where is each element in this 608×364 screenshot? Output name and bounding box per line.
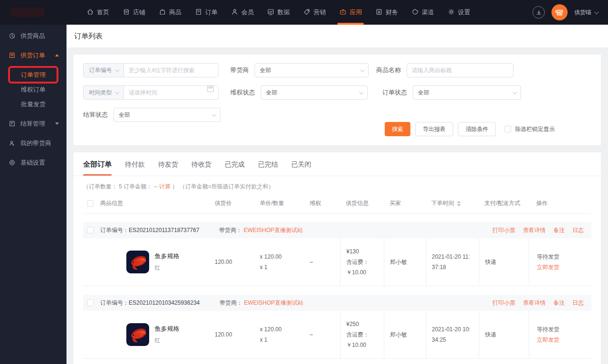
search-button[interactable]: 搜索 [385,122,410,136]
time-type-label: 时间类型 [89,89,112,97]
unit-price: x 120.00 [260,252,300,262]
nav-item-settings[interactable]: 设置 [441,0,477,25]
logo [10,8,45,17]
remark-link[interactable]: 备注 [553,226,565,234]
order-no-type-select[interactable]: 订单编号 [84,64,124,77]
unit-price: x 120.00 [260,324,300,335]
sort-icon[interactable] [457,201,461,206]
shop-label: 带货商： [219,299,242,306]
col-header-supply-info: 供货信息 [340,195,384,213]
home-icon [86,8,94,17]
product-image [126,251,149,273]
log-link[interactable]: 日志 [572,299,584,307]
print-receipt-link[interactable]: 打印小票 [493,299,515,307]
order-no-input[interactable] [124,64,218,77]
nav-item-data[interactable]: 数据 [260,0,296,25]
nav-item-members[interactable]: 会员 [224,0,260,25]
sidebar-item-settlement[interactable]: 结算管理 [0,116,66,131]
order-status-select[interactable]: 全部 [413,85,521,100]
sidebar-item-my-resellers[interactable]: 我的带货商 [0,136,66,150]
order-data-row: 鱼多规格 红 120.00 x 120.00 x 1 – ¥130 含运费：￥1… [83,238,591,286]
order-summary: （订单数量： 5 订单金额： -- 计算 ） （订单金额=所筛选订单实付款之和） [74,176,601,195]
ship-now-link[interactable]: 立即发货 [537,262,588,272]
log-link[interactable]: 日志 [572,226,584,234]
nav-label: 营销 [314,8,326,17]
avatar[interactable] [551,4,568,20]
tab-pending-shipment[interactable]: 待发货 [158,160,178,176]
time-type-select[interactable]: 时间类型 [84,86,124,99]
rights-status-value: 全部 [266,89,277,97]
select-all-checkbox[interactable] [87,200,94,207]
col-header-rights: 维权 [304,195,340,213]
tab-finished[interactable]: 已完结 [258,160,278,176]
print-receipt-link[interactable]: 打印小票 [493,226,515,234]
order-time-line2: 37:18 [432,262,475,272]
fish-image [126,251,149,273]
nav-label: 订单 [205,8,218,17]
lock-filter-checkbox[interactable] [504,126,511,132]
view-detail-link[interactable]: 查看详情 [523,299,546,307]
shop-link[interactable]: EWEISHOP直播测试站 [244,299,304,306]
order-no-search-group: 订单编号 [83,63,218,77]
time-range-input[interactable] [124,86,207,99]
product-name-input[interactable] [407,67,513,74]
export-button[interactable]: 导出报表 [415,122,453,136]
tab-all-orders[interactable]: 全部订单 [83,160,112,176]
sidebar-item-batch-shipping[interactable]: 批量发货 [0,97,66,112]
row-checkbox[interactable] [87,299,94,306]
sidebar-item-order-management[interactable]: 订单管理 [0,67,66,82]
nav-item-apps[interactable]: 应用 [332,0,369,25]
filter-row-1: 订单编号 带货商 全部 商品名称 [83,63,591,77]
nav-item-finance[interactable]: 财务 [369,0,405,25]
sidebar-item-label: 供货订单 [20,51,45,60]
ship-now-link[interactable]: 立即发货 [537,335,588,345]
sidebar-item-label: 供货商品 [20,32,45,40]
reseller-label: 带货商 [230,66,249,75]
order-status-value: 全部 [418,89,429,97]
rights-status-select[interactable]: 全部 [261,85,368,100]
reseller-select[interactable]: 全部 [255,63,369,77]
sidebar-item-supply-goods[interactable]: 供货商品 [0,28,66,43]
user-menu[interactable]: 供货喵 [574,9,598,17]
download-button[interactable] [532,6,545,19]
chevron-down-icon [513,90,517,94]
nav-item-orders[interactable]: 订单 [188,0,224,25]
cell-supply-info: ¥250 含运费：￥10.00 [340,311,384,358]
cell-product: 鱼多规格 红 [97,311,209,358]
remark-link[interactable]: 备注 [553,299,565,307]
main-content: 订单列表 订单编号 带货商 全部 商品名称 [66,25,608,364]
nav-label: 会员 [241,8,254,17]
cell-rights: – [304,238,340,286]
product-name-input-wrap [407,63,513,77]
view-detail-link[interactable]: 查看详情 [523,226,546,234]
tab-closed[interactable]: 已关闭 [291,160,311,176]
nav-item-channel[interactable]: 渠道 [405,0,441,25]
shop-link[interactable]: EWEISHOP直播测试站 [244,227,303,233]
col-header-buyer: 买家 [384,195,426,213]
nav-item-store[interactable]: 店铺 [116,0,152,25]
col-header-unit-qty: 单价/数量 [254,195,304,213]
sidebar-item-supply-orders[interactable]: 供货订单 [0,48,66,63]
nav-label: 商品 [169,8,181,17]
topbar-right: 供货喵 [532,4,608,20]
tab-pending-payment[interactable]: 待付款 [125,160,145,176]
nav-item-goods[interactable]: 商品 [152,0,188,25]
order-time-line1: 2021-01-20 10: [432,324,475,335]
clear-button[interactable]: 清除条件 [458,122,496,136]
sidebar-item-rights-orders[interactable]: 维权订单 [0,82,66,97]
nav-item-home[interactable]: 首页 [80,0,116,25]
nav-label: 渠道 [422,8,434,17]
sidebar-item-basic-settings[interactable]: 基础设置 [0,155,66,170]
nav-label: 应用 [350,8,362,17]
tab-completed[interactable]: 已完成 [225,160,245,176]
row-checkbox[interactable] [87,227,94,233]
nav-item-marketing[interactable]: 营销 [296,0,332,25]
calculate-link[interactable]: 计算 [159,183,171,190]
settlement-icon [9,120,16,127]
freight: 含运费：￥10.00 [346,329,380,350]
top-navigation: 首页 店铺 商品 订单 会员 数据 营销 应用 [80,0,477,25]
tab-pending-receipt[interactable]: 待收货 [191,160,211,176]
summary-note: （订单金额=所筛选订单实付款之和） [180,183,274,190]
settle-status-select[interactable]: 全部 [114,108,220,122]
order-time-line2: 34:25 [432,335,475,345]
